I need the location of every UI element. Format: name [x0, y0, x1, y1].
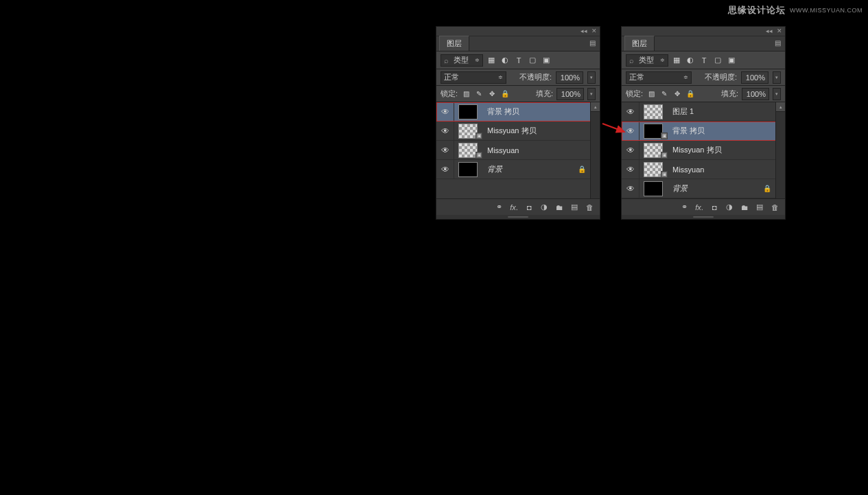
filter-type-select[interactable]: 类型 ≑	[626, 54, 668, 67]
layer-thumbnail[interactable]: ▣	[644, 124, 663, 139]
scrollbar[interactable]: ▴	[590, 102, 600, 198]
layer-thumbnail[interactable]: ▣	[644, 143, 663, 158]
layer-name[interactable]: 背景	[672, 183, 688, 194]
scroll-up-icon[interactable]: ▴	[776, 102, 785, 112]
scrollbar[interactable]: ▴	[775, 102, 785, 198]
layer-row[interactable]: 👁▣Missyuan	[436, 141, 600, 160]
link-layers-icon[interactable]: ⚭	[679, 203, 689, 211]
lock-all-icon[interactable]: 🔒	[500, 89, 510, 99]
layer-name[interactable]: 背景	[487, 164, 502, 174]
opacity-slider-button[interactable]: ▾	[773, 71, 781, 84]
filter-smart-icon[interactable]: ▣	[726, 55, 737, 66]
fill-slider-button[interactable]: ▾	[587, 88, 596, 100]
visibility-toggle[interactable]: 👁	[622, 102, 640, 121]
layer-style-icon[interactable]: fx.	[509, 203, 519, 211]
filter-type-icon[interactable]: T	[513, 55, 524, 66]
visibility-toggle[interactable]: 👁	[436, 122, 454, 140]
visibility-toggle[interactable]: 👁	[622, 141, 640, 159]
layer-row[interactable]: 👁背景 拷贝	[436, 102, 600, 122]
visibility-toggle[interactable]: 👁	[622, 179, 640, 198]
visibility-toggle[interactable]: 👁	[436, 141, 454, 159]
layer-thumbnail[interactable]	[644, 104, 663, 119]
layer-name[interactable]: Missyuan 拷贝	[487, 126, 537, 136]
new-layer-icon[interactable]: ▤	[755, 203, 764, 211]
filter-pixel-icon[interactable]: ▦	[486, 55, 497, 66]
delete-layer-icon[interactable]: 🗑	[585, 203, 594, 211]
delete-layer-icon[interactable]: 🗑	[770, 203, 779, 211]
resize-handle[interactable]	[436, 215, 600, 219]
adjustment-layer-icon[interactable]: ◑	[725, 203, 734, 211]
new-layer-icon[interactable]: ▤	[570, 203, 579, 211]
layer-mask-icon[interactable]: ◘	[709, 203, 719, 211]
lock-position-icon[interactable]: ✥	[672, 89, 682, 99]
filter-type-select[interactable]: 类型 ≑	[441, 54, 483, 67]
panel-menu-icon[interactable]: ▤	[589, 39, 596, 47]
layer-row[interactable]: 👁背景🔒	[622, 179, 785, 198]
lock-image-icon[interactable]: ✎	[659, 89, 669, 99]
opacity-input[interactable]: 100%	[556, 71, 583, 84]
filter-type-icon[interactable]: T	[699, 55, 709, 66]
visibility-toggle[interactable]: 👁	[622, 122, 640, 140]
filter-shape-icon[interactable]: ▢	[712, 55, 723, 66]
filter-adjustment-icon[interactable]: ◐	[500, 55, 511, 66]
tab-layers[interactable]: 图层	[439, 36, 469, 51]
lock-all-icon[interactable]: 🔒	[685, 89, 695, 99]
layer-name[interactable]: 图层 1	[672, 106, 694, 117]
opacity-input[interactable]: 100%	[741, 71, 769, 84]
group-icon[interactable]: 🖿	[554, 203, 564, 211]
panel-footer: ⚭ fx. ◘ ◑ 🖿 ▤ 🗑	[622, 198, 785, 215]
layer-thumbnail[interactable]	[644, 181, 663, 196]
layer-style-icon[interactable]: fx.	[694, 203, 704, 211]
layer-row[interactable]: 👁▣Missyuan 拷贝	[436, 122, 600, 141]
blend-row: 正常 ≑ 不透明度: 100% ▾	[622, 69, 785, 86]
visibility-toggle[interactable]: 👁	[622, 160, 640, 179]
adjustment-layer-icon[interactable]: ◑	[539, 203, 549, 211]
link-layers-icon[interactable]: ⚭	[494, 203, 504, 211]
collapse-icon[interactable]: ◂◂	[766, 28, 773, 34]
fill-input[interactable]: 100%	[556, 88, 584, 100]
collapse-icon[interactable]: ◂◂	[580, 28, 587, 34]
scroll-up-icon[interactable]: ▴	[591, 102, 600, 112]
group-icon[interactable]: 🖿	[740, 203, 749, 211]
lock-image-icon[interactable]: ✎	[474, 89, 484, 99]
layer-mask-icon[interactable]: ◘	[524, 203, 534, 211]
filter-pixel-icon[interactable]: ▦	[671, 55, 682, 66]
filter-toolbar: 类型 ≑ ▦ ◐ T ▢ ▣	[622, 51, 785, 69]
fill-slider-button[interactable]: ▾	[773, 88, 781, 100]
blend-mode-value: 正常	[629, 72, 644, 82]
resize-handle[interactable]	[622, 215, 785, 219]
close-icon[interactable]: ✕	[777, 28, 782, 34]
layer-row[interactable]: 👁▣Missyuan 拷贝	[622, 141, 785, 160]
lock-transparent-icon[interactable]: ▨	[461, 89, 471, 99]
filter-smart-icon[interactable]: ▣	[541, 55, 552, 66]
fill-input[interactable]: 100%	[742, 88, 769, 100]
eye-icon: 👁	[626, 165, 635, 174]
layer-row[interactable]: 👁背景🔒	[436, 160, 600, 179]
layer-name[interactable]: Missyuan	[487, 146, 519, 154]
layer-row[interactable]: 👁▣Missyuan	[622, 160, 785, 179]
lock-position-icon[interactable]: ✥	[487, 89, 497, 99]
layer-thumbnail[interactable]: ▣	[458, 143, 478, 158]
layer-name[interactable]: 背景 拷贝	[487, 106, 519, 117]
layer-thumbnail[interactable]	[458, 162, 478, 177]
visibility-toggle[interactable]: 👁	[436, 102, 454, 121]
layer-name[interactable]: 背景 拷贝	[672, 126, 705, 136]
layer-name[interactable]: Missyuan	[672, 165, 704, 174]
layer-row[interactable]: 👁图层 1	[622, 102, 785, 122]
blend-mode-value: 正常	[444, 72, 459, 82]
opacity-slider-button[interactable]: ▾	[587, 71, 596, 84]
layer-row[interactable]: 👁▣背景 拷贝	[622, 122, 785, 141]
tab-layers[interactable]: 图层	[624, 36, 655, 51]
panel-menu-icon[interactable]: ▤	[775, 39, 781, 47]
filter-shape-icon[interactable]: ▢	[527, 55, 538, 66]
close-icon[interactable]: ✕	[591, 28, 597, 34]
blend-mode-select[interactable]: 正常 ≑	[441, 71, 506, 84]
blend-mode-select[interactable]: 正常 ≑	[626, 71, 692, 84]
lock-transparent-icon[interactable]: ▨	[646, 89, 656, 99]
visibility-toggle[interactable]: 👁	[436, 160, 454, 179]
filter-adjustment-icon[interactable]: ◐	[685, 55, 696, 66]
layer-thumbnail[interactable]: ▣	[644, 162, 663, 177]
layer-thumbnail[interactable]: ▣	[458, 124, 478, 139]
layer-thumbnail[interactable]	[458, 104, 478, 119]
layer-name[interactable]: Missyuan 拷贝	[672, 145, 722, 155]
